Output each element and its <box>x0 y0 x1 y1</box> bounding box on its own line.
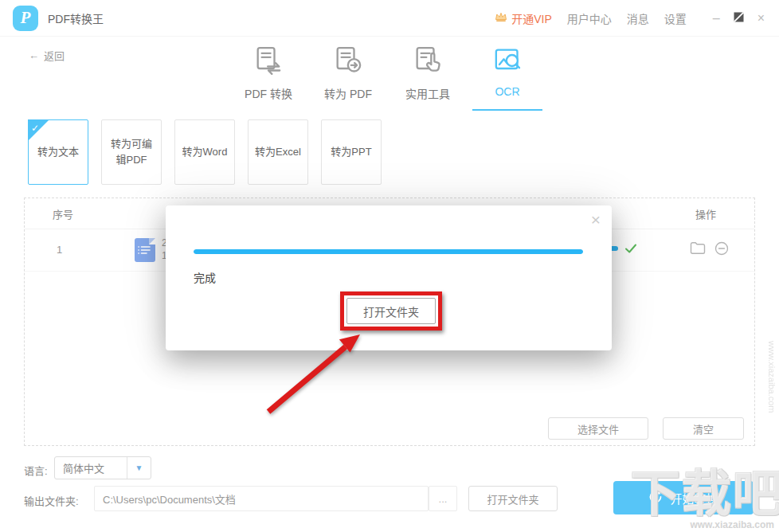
tab-ocr[interactable]: OCR <box>468 41 547 108</box>
column-header-index: 序号 <box>53 206 73 221</box>
card-label: 转为Word <box>182 144 228 160</box>
output-folder-input[interactable]: C:\Users\pc\Documents\文档 <box>94 486 429 511</box>
tab-label: 转为 PDF <box>324 85 372 101</box>
watermark-url: www.xiazaiba.com <box>690 519 774 530</box>
card-label: 转为PPT <box>331 144 371 160</box>
back-button[interactable]: ← 返回 <box>29 48 65 63</box>
tab-utility-tools[interactable]: 实用工具 <box>388 41 468 108</box>
to-pdf-icon <box>332 45 364 80</box>
dialog-progress-bar <box>194 249 583 254</box>
row-index: 1 <box>57 244 62 256</box>
pdf-convert-icon <box>252 45 284 80</box>
start-convert-label: 开始转换 <box>670 490 718 507</box>
app-title: PDF转换王 <box>48 10 104 26</box>
pdf-converter-window: P PDF转换王 开通VIP 用户中心 消息 设置 – × ← <box>0 0 779 532</box>
tab-label: 实用工具 <box>405 85 450 101</box>
tab-to-pdf[interactable]: 转为 PDF <box>308 41 388 108</box>
card-to-word[interactable]: 转为Word <box>174 119 235 185</box>
language-label: 语言: <box>24 463 48 478</box>
dialog-progress-track <box>194 249 583 254</box>
row-open-folder-icon[interactable] <box>690 241 706 258</box>
top-menu: 开通VIP 用户中心 消息 设置 – × <box>495 10 765 26</box>
card-to-excel[interactable]: 转为Excel <box>248 119 308 185</box>
dialog-open-folder-button[interactable]: 打开文件夹 <box>346 298 436 324</box>
ocr-mode-cards: ✓ 转为文本 转为可编辑PDF 转为Word 转为Excel 转为PPT <box>28 119 382 185</box>
main-tabs: PDF 转换 转为 PDF 实用工具 OCR <box>229 41 547 108</box>
open-folder-button[interactable]: 打开文件夹 <box>468 486 558 511</box>
card-label: 转为可编辑PDF <box>106 136 157 168</box>
chevron-down-icon: ▼ <box>127 457 151 479</box>
card-to-text[interactable]: ✓ 转为文本 <box>28 119 88 185</box>
success-check-icon <box>624 241 638 259</box>
tab-label: PDF 转换 <box>245 85 292 101</box>
dialog-close-icon[interactable]: × <box>591 210 601 229</box>
utility-tools-icon <box>412 45 444 80</box>
clear-button[interactable]: 清空 <box>663 417 744 440</box>
open-vip-button[interactable]: 开通VIP <box>495 10 552 26</box>
crown-icon <box>495 11 507 25</box>
app-logo: P <box>13 6 38 31</box>
title-bar: P PDF转换王 开通VIP 用户中心 消息 设置 – × <box>0 0 779 37</box>
row-remove-icon[interactable] <box>714 241 729 259</box>
minimize-button[interactable]: – <box>713 11 720 25</box>
column-header-action: 操作 <box>695 206 716 221</box>
browse-button[interactable]: ... <box>429 486 457 511</box>
start-convert-button[interactable]: 开始转换 <box>613 481 754 514</box>
file-icon <box>135 238 155 262</box>
check-icon: ✓ <box>31 121 39 136</box>
refresh-icon <box>648 490 663 507</box>
back-arrow-icon: ← <box>29 49 39 61</box>
card-label: 转为Excel <box>255 144 301 160</box>
language-dropdown[interactable]: 简体中文 ▼ <box>54 456 151 479</box>
settings-link[interactable]: 设置 <box>664 10 687 26</box>
maximize-button[interactable] <box>734 11 744 25</box>
conversion-complete-dialog: × 完成 打开文件夹 <box>166 205 612 350</box>
messages-link[interactable]: 消息 <box>627 10 649 26</box>
ocr-icon <box>491 45 523 80</box>
select-files-button[interactable]: 选择文件 <box>548 417 648 440</box>
card-to-ppt[interactable]: 转为PPT <box>321 119 382 185</box>
open-vip-label: 开通VIP <box>511 10 552 26</box>
close-button[interactable]: × <box>757 11 765 25</box>
card-label: 转为文本 <box>37 144 79 160</box>
dialog-status-text: 完成 <box>194 269 216 285</box>
back-label: 返回 <box>44 48 65 63</box>
card-to-editable-pdf[interactable]: 转为可编辑PDF <box>101 119 162 185</box>
window-controls: – × <box>713 11 765 25</box>
side-watermark: www.xiazaiba.com <box>767 341 777 413</box>
output-folder-label: 输出文件夹: <box>24 493 79 508</box>
logo-letter: P <box>21 8 31 28</box>
language-value: 简体中文 <box>55 457 127 479</box>
tab-label: OCR <box>495 85 519 98</box>
tab-pdf-convert[interactable]: PDF 转换 <box>229 41 308 108</box>
user-center-link[interactable]: 用户中心 <box>567 10 612 26</box>
